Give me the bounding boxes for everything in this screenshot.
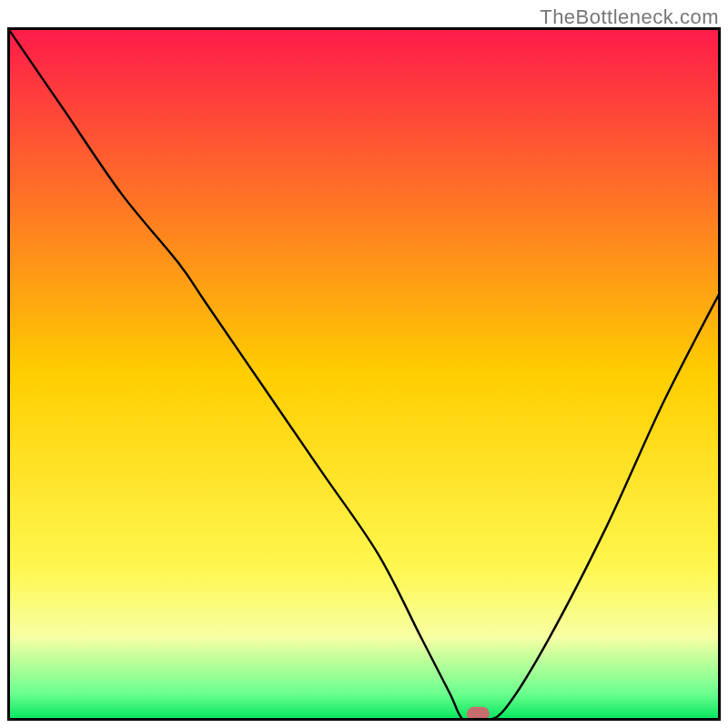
gradient-background <box>7 27 721 721</box>
watermark-text: TheBottleneck.com <box>540 5 719 29</box>
bottleneck-chart <box>7 27 721 721</box>
chart-frame <box>7 27 721 721</box>
